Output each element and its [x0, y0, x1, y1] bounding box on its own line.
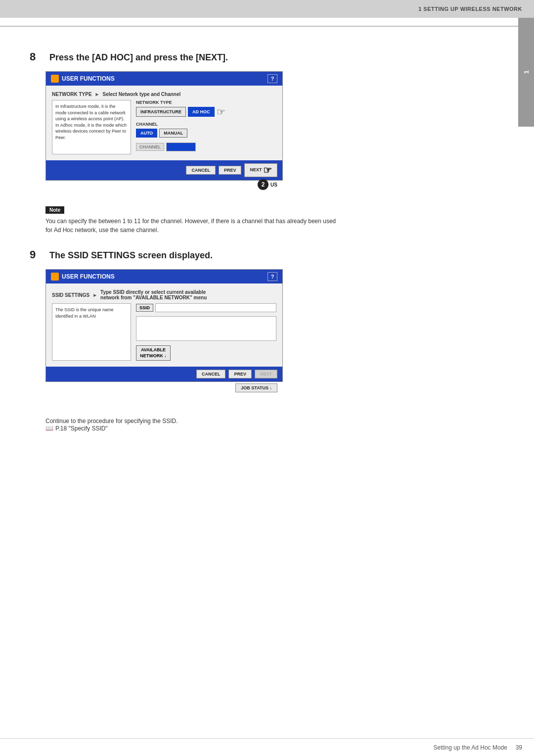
dialog8-row-desc: Select Network type and Channel [102, 92, 180, 97]
dialog8-info-box: In Infrastructure mode, it is the mode c… [52, 100, 131, 154]
cancel9-button[interactable]: CANCEL [196, 370, 226, 378]
next-label: NEXT [250, 167, 262, 172]
dialog9-icon [51, 273, 59, 281]
prev9-button[interactable]: PREV [228, 370, 252, 378]
dialog8-titlebar: USER FUNCTIONS ? [46, 72, 282, 86]
prev-button[interactable]: PREV [219, 166, 242, 175]
ssid-input[interactable] [155, 303, 276, 312]
dialog9-title-text: USER FUNCTIONS [62, 273, 115, 280]
job-status-button[interactable]: JOB STATUS ↓ [235, 383, 277, 392]
job-status-badge: JOB STATUS ↓ [235, 383, 277, 392]
dialog8-content: In Infrastructure mode, it is the mode c… [52, 100, 276, 154]
page-ref: 📖 P.18 "Specify SSID" [45, 425, 504, 432]
cursor-hand1: ☞ [217, 107, 225, 117]
badge-us: US [270, 182, 277, 188]
right-tab: 1 [518, 18, 534, 127]
adhoc-label: AD HOC [192, 109, 210, 114]
note8-line1: You can specify the between 1 to 11 for … [45, 218, 336, 225]
dialog8-title-text: USER FUNCTIONS [62, 75, 115, 82]
step8-title: Press the [AD HOC] and press the [NEXT]. [49, 52, 228, 63]
dialog8-info-text: In Infrastructure mode, it is the mode c… [55, 104, 127, 140]
spacer2 [30, 195, 504, 200]
channel-field-row: CHANNEL [136, 142, 276, 151]
channel-field-label: CHANNEL [136, 143, 164, 151]
step8-badge: 2 US [258, 179, 277, 190]
step9-heading: 9 The SSID SETTINGS screen displayed. [30, 248, 504, 261]
dialog9-info-box: The SSID is the unique name identified i… [52, 303, 131, 361]
dialog9-info-text: The SSID is the unique name identified i… [55, 307, 114, 319]
page-ref-text: P.18 "Specify SSID" [55, 425, 108, 432]
available-network-label: AVAILABLENETWORK ↓ [140, 347, 167, 358]
infrastructure-button[interactable]: INFRASTRUCTURE [136, 107, 186, 117]
section-title: 1 SETTING UP WIRELESS NETWORK [418, 6, 522, 12]
adhoc-button[interactable]: AD HOC [188, 107, 215, 117]
step8-number: 8 [30, 50, 44, 63]
top-bar: 1 SETTING UP WIRELESS NETWORK [0, 0, 534, 18]
dialog9-right-panel: SSID AVAILABLENETWORK ↓ [136, 303, 276, 361]
ssid-field-row: SSID [136, 303, 276, 312]
step9-title: The SSID SETTINGS screen displayed. [49, 250, 213, 261]
ssid-button[interactable]: SSID [136, 304, 153, 312]
footer-page-label: Setting up the Ad Hoc Mode [434, 744, 507, 751]
dialog8-arrow: ► [95, 92, 100, 97]
auto-button[interactable]: AUTO [136, 129, 157, 138]
step9-number: 9 [30, 248, 44, 261]
dialog9-ssid-label: SSID SETTINGS [52, 292, 89, 298]
dialog9-content: The SSID is the unique name identified i… [52, 303, 276, 361]
tab-number: 1 [523, 70, 530, 74]
dialog8-help-button[interactable]: ? [267, 74, 277, 83]
dialog8-channel-btn-group: AUTO MANUAL [136, 129, 276, 138]
dialog9-row-label: SSID SETTINGS ► Type SSID directly or se… [52, 289, 276, 300]
manual-button[interactable]: MANUAL [159, 129, 187, 138]
dialog8-network-type-heading: NETWORK TYPE [136, 100, 276, 105]
dialog8-network-btn-group: INFRASTRUCTURE AD HOC ☞ [136, 107, 276, 117]
available-network-button[interactable]: AVAILABLENETWORK ↓ [136, 345, 171, 361]
note8-text: You can specify the between 1 to 11 for … [45, 217, 441, 235]
spacer1 [30, 190, 504, 195]
step9-footer-note: Continue to the procedure for specifying… [45, 418, 504, 432]
step9-dialog: USER FUNCTIONS ? SSID SETTINGS ► Type SS… [45, 269, 283, 382]
dialog9-title-left: USER FUNCTIONS [51, 273, 115, 281]
dialog8-body: NETWORK TYPE ► Select Network type and C… [46, 86, 282, 160]
note8-line2: for Ad Hoc network, use the same channel… [45, 227, 159, 234]
book-icon: 📖 [45, 425, 53, 432]
dialog8-footer: CANCEL PREV NEXT ☞ [46, 160, 282, 180]
dialog9-help-button[interactable]: ? [267, 272, 277, 281]
channel-heading: CHANNEL [136, 122, 276, 127]
dialog8-network-type-label: NETWORK TYPE [52, 92, 92, 97]
note8-box: Note [45, 206, 64, 214]
footer-page-number: 39 [516, 744, 522, 751]
dialog9-body: SSID SETTINGS ► Type SSID directly or se… [46, 284, 282, 367]
dialog8-title-left: USER FUNCTIONS [51, 75, 115, 83]
dialog9-footer: CANCEL PREV NEXT [46, 367, 282, 381]
footer-text: Setting up the Ad Hoc Mode 39 [434, 744, 522, 751]
cursor-hand2: ☞ [263, 165, 272, 175]
cancel-button[interactable]: CANCEL [186, 166, 216, 175]
next9-button[interactable]: NEXT [255, 370, 277, 378]
spacer3 [30, 200, 504, 205]
dialog9-row-desc: Type SSID directly or select current ava… [100, 289, 207, 300]
badge-2: 2 [258, 179, 268, 190]
main-content: 8 Press the [AD HOC] and press the [NEXT… [0, 27, 534, 462]
dialog8-icon [51, 75, 59, 83]
channel-input[interactable] [166, 142, 196, 151]
step8-heading: 8 Press the [AD HOC] and press the [NEXT… [30, 50, 504, 63]
dialog8-row-label: NETWORK TYPE ► Select Network type and C… [52, 92, 276, 97]
ssid-list-area [136, 316, 276, 341]
dialog9-titlebar: USER FUNCTIONS ? [46, 270, 282, 284]
bottom-bar: Setting up the Ad Hoc Mode 39 [0, 738, 534, 756]
dialog9-arrow: ► [92, 292, 97, 298]
next-button[interactable]: NEXT ☞ [244, 163, 277, 177]
spacer-after-dialog9 [30, 392, 504, 410]
step8-dialog: USER FUNCTIONS ? NETWORK TYPE ► Select N… [45, 71, 283, 181]
dialog8-right-panel: NETWORK TYPE INFRASTRUCTURE AD HOC ☞ CHA… [136, 100, 276, 154]
continue-text: Continue to the procedure for specifying… [45, 418, 504, 425]
